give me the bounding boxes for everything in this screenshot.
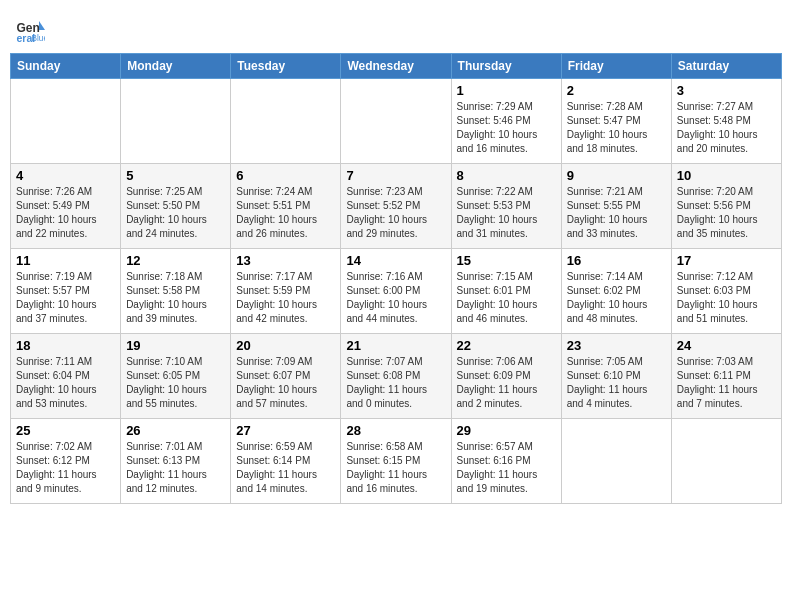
calendar-day-cell: 20Sunrise: 7:09 AM Sunset: 6:07 PM Dayli… (231, 334, 341, 419)
day-number: 10 (677, 168, 776, 183)
day-number: 5 (126, 168, 225, 183)
calendar-day-cell: 23Sunrise: 7:05 AM Sunset: 6:10 PM Dayli… (561, 334, 671, 419)
day-info: Sunrise: 7:20 AM Sunset: 5:56 PM Dayligh… (677, 185, 776, 241)
calendar-day-cell: 24Sunrise: 7:03 AM Sunset: 6:11 PM Dayli… (671, 334, 781, 419)
day-info: Sunrise: 7:27 AM Sunset: 5:48 PM Dayligh… (677, 100, 776, 156)
day-info: Sunrise: 7:17 AM Sunset: 5:59 PM Dayligh… (236, 270, 335, 326)
calendar-day-cell (11, 79, 121, 164)
calendar-day-cell: 12Sunrise: 7:18 AM Sunset: 5:58 PM Dayli… (121, 249, 231, 334)
day-info: Sunrise: 7:16 AM Sunset: 6:00 PM Dayligh… (346, 270, 445, 326)
calendar-week-row: 4Sunrise: 7:26 AM Sunset: 5:49 PM Daylig… (11, 164, 782, 249)
calendar-day-cell: 2Sunrise: 7:28 AM Sunset: 5:47 PM Daylig… (561, 79, 671, 164)
day-number: 22 (457, 338, 556, 353)
calendar-day-cell: 22Sunrise: 7:06 AM Sunset: 6:09 PM Dayli… (451, 334, 561, 419)
calendar-week-row: 11Sunrise: 7:19 AM Sunset: 5:57 PM Dayli… (11, 249, 782, 334)
calendar-day-cell: 15Sunrise: 7:15 AM Sunset: 6:01 PM Dayli… (451, 249, 561, 334)
day-number: 12 (126, 253, 225, 268)
calendar-day-cell (341, 79, 451, 164)
calendar-day-cell: 28Sunrise: 6:58 AM Sunset: 6:15 PM Dayli… (341, 419, 451, 504)
calendar-day-cell: 29Sunrise: 6:57 AM Sunset: 6:16 PM Dayli… (451, 419, 561, 504)
day-number: 15 (457, 253, 556, 268)
day-info: Sunrise: 7:24 AM Sunset: 5:51 PM Dayligh… (236, 185, 335, 241)
calendar-day-cell: 1Sunrise: 7:29 AM Sunset: 5:46 PM Daylig… (451, 79, 561, 164)
day-info: Sunrise: 6:57 AM Sunset: 6:16 PM Dayligh… (457, 440, 556, 496)
day-info: Sunrise: 7:19 AM Sunset: 5:57 PM Dayligh… (16, 270, 115, 326)
day-info: Sunrise: 7:14 AM Sunset: 6:02 PM Dayligh… (567, 270, 666, 326)
calendar-day-cell (231, 79, 341, 164)
day-number: 7 (346, 168, 445, 183)
day-number: 9 (567, 168, 666, 183)
day-info: Sunrise: 7:25 AM Sunset: 5:50 PM Dayligh… (126, 185, 225, 241)
day-number: 2 (567, 83, 666, 98)
day-number: 16 (567, 253, 666, 268)
day-info: Sunrise: 6:59 AM Sunset: 6:14 PM Dayligh… (236, 440, 335, 496)
calendar-day-cell: 11Sunrise: 7:19 AM Sunset: 5:57 PM Dayli… (11, 249, 121, 334)
day-info: Sunrise: 7:03 AM Sunset: 6:11 PM Dayligh… (677, 355, 776, 411)
calendar-day-cell (121, 79, 231, 164)
day-info: Sunrise: 7:07 AM Sunset: 6:08 PM Dayligh… (346, 355, 445, 411)
day-number: 28 (346, 423, 445, 438)
col-header-wednesday: Wednesday (341, 54, 451, 79)
col-header-tuesday: Tuesday (231, 54, 341, 79)
calendar-table: SundayMondayTuesdayWednesdayThursdayFrid… (10, 53, 782, 504)
col-header-sunday: Sunday (11, 54, 121, 79)
day-number: 17 (677, 253, 776, 268)
calendar-day-cell: 3Sunrise: 7:27 AM Sunset: 5:48 PM Daylig… (671, 79, 781, 164)
calendar-header-row: SundayMondayTuesdayWednesdayThursdayFrid… (11, 54, 782, 79)
col-header-thursday: Thursday (451, 54, 561, 79)
day-info: Sunrise: 7:15 AM Sunset: 6:01 PM Dayligh… (457, 270, 556, 326)
day-info: Sunrise: 7:10 AM Sunset: 6:05 PM Dayligh… (126, 355, 225, 411)
calendar-week-row: 25Sunrise: 7:02 AM Sunset: 6:12 PM Dayli… (11, 419, 782, 504)
calendar-day-cell (671, 419, 781, 504)
day-number: 3 (677, 83, 776, 98)
day-number: 25 (16, 423, 115, 438)
day-info: Sunrise: 7:09 AM Sunset: 6:07 PM Dayligh… (236, 355, 335, 411)
logo-icon: Gen eral Blue (15, 15, 45, 45)
day-info: Sunrise: 7:01 AM Sunset: 6:13 PM Dayligh… (126, 440, 225, 496)
day-info: Sunrise: 7:22 AM Sunset: 5:53 PM Dayligh… (457, 185, 556, 241)
day-info: Sunrise: 7:02 AM Sunset: 6:12 PM Dayligh… (16, 440, 115, 496)
day-number: 18 (16, 338, 115, 353)
page-header: Gen eral Blue (10, 10, 782, 45)
day-number: 21 (346, 338, 445, 353)
calendar-day-cell: 25Sunrise: 7:02 AM Sunset: 6:12 PM Dayli… (11, 419, 121, 504)
calendar-day-cell: 14Sunrise: 7:16 AM Sunset: 6:00 PM Dayli… (341, 249, 451, 334)
svg-text:Blue: Blue (32, 34, 46, 43)
day-number: 26 (126, 423, 225, 438)
calendar-day-cell: 9Sunrise: 7:21 AM Sunset: 5:55 PM Daylig… (561, 164, 671, 249)
day-number: 6 (236, 168, 335, 183)
day-number: 8 (457, 168, 556, 183)
calendar-day-cell (561, 419, 671, 504)
day-number: 4 (16, 168, 115, 183)
calendar-day-cell: 10Sunrise: 7:20 AM Sunset: 5:56 PM Dayli… (671, 164, 781, 249)
day-info: Sunrise: 7:05 AM Sunset: 6:10 PM Dayligh… (567, 355, 666, 411)
col-header-saturday: Saturday (671, 54, 781, 79)
day-info: Sunrise: 7:23 AM Sunset: 5:52 PM Dayligh… (346, 185, 445, 241)
calendar-day-cell: 4Sunrise: 7:26 AM Sunset: 5:49 PM Daylig… (11, 164, 121, 249)
calendar-day-cell: 7Sunrise: 7:23 AM Sunset: 5:52 PM Daylig… (341, 164, 451, 249)
calendar-day-cell: 8Sunrise: 7:22 AM Sunset: 5:53 PM Daylig… (451, 164, 561, 249)
day-number: 23 (567, 338, 666, 353)
day-info: Sunrise: 7:26 AM Sunset: 5:49 PM Dayligh… (16, 185, 115, 241)
logo: Gen eral Blue (15, 15, 49, 45)
col-header-friday: Friday (561, 54, 671, 79)
calendar-day-cell: 6Sunrise: 7:24 AM Sunset: 5:51 PM Daylig… (231, 164, 341, 249)
day-number: 1 (457, 83, 556, 98)
day-number: 14 (346, 253, 445, 268)
calendar-day-cell: 5Sunrise: 7:25 AM Sunset: 5:50 PM Daylig… (121, 164, 231, 249)
day-number: 11 (16, 253, 115, 268)
day-info: Sunrise: 7:06 AM Sunset: 6:09 PM Dayligh… (457, 355, 556, 411)
day-info: Sunrise: 7:11 AM Sunset: 6:04 PM Dayligh… (16, 355, 115, 411)
day-info: Sunrise: 7:21 AM Sunset: 5:55 PM Dayligh… (567, 185, 666, 241)
day-number: 13 (236, 253, 335, 268)
calendar-day-cell: 13Sunrise: 7:17 AM Sunset: 5:59 PM Dayli… (231, 249, 341, 334)
day-number: 19 (126, 338, 225, 353)
calendar-day-cell: 27Sunrise: 6:59 AM Sunset: 6:14 PM Dayli… (231, 419, 341, 504)
day-number: 24 (677, 338, 776, 353)
calendar-day-cell: 17Sunrise: 7:12 AM Sunset: 6:03 PM Dayli… (671, 249, 781, 334)
day-number: 29 (457, 423, 556, 438)
day-info: Sunrise: 7:28 AM Sunset: 5:47 PM Dayligh… (567, 100, 666, 156)
calendar-week-row: 1Sunrise: 7:29 AM Sunset: 5:46 PM Daylig… (11, 79, 782, 164)
day-number: 27 (236, 423, 335, 438)
day-info: Sunrise: 7:29 AM Sunset: 5:46 PM Dayligh… (457, 100, 556, 156)
